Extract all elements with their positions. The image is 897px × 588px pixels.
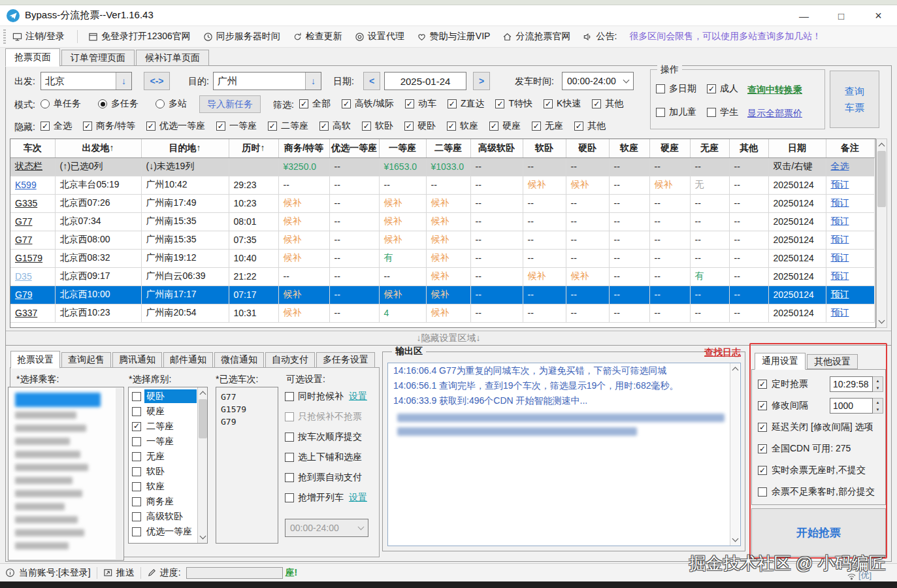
checkbox[interactable] <box>132 467 141 476</box>
depart-time-select[interactable]: 00:00-24:00 <box>562 72 634 90</box>
checkbox[interactable] <box>656 84 665 93</box>
depart-dropdown-icon[interactable]: ↓ <box>116 73 131 90</box>
radio-icon[interactable] <box>155 99 165 108</box>
general-setting-2[interactable]: 延迟关闭 [修改间隔] 选项 <box>758 419 883 435</box>
seat-option-7[interactable]: 商务座 <box>129 494 197 509</box>
column-header[interactable]: 无座 <box>690 139 729 157</box>
general-setting-5[interactable]: 余票不足乘客时,部分提交 <box>758 484 883 500</box>
toolbar-item-5[interactable]: 赞助与注册VIP <box>417 31 491 42</box>
spinner-up-icon[interactable]: ▲ <box>873 377 883 384</box>
toolbar-item-7[interactable]: 公告: <box>583 31 617 42</box>
tab-settings-3[interactable]: 邮件通知 <box>163 352 213 368</box>
seat-option-9[interactable]: 优选一等座 <box>129 524 197 539</box>
book-link[interactable]: 预订 <box>831 252 849 263</box>
general-setting-4[interactable]: 实时余票无座时,不提交 <box>758 463 883 478</box>
operation-checkbox-r2-0[interactable]: 加儿童 <box>656 106 696 118</box>
cell-text[interactable]: D35 <box>15 271 32 282</box>
checkbox[interactable] <box>132 482 141 491</box>
optional-setting-2[interactable]: 按车次顺序提交 <box>285 431 378 443</box>
dest-input[interactable]: 广州 ↓ <box>213 72 321 90</box>
seat-option-5[interactable]: 软卧 <box>129 464 197 479</box>
find-log-link[interactable]: 查找日志 <box>704 347 741 359</box>
checkbox[interactable] <box>758 423 767 432</box>
tab-settings-6[interactable]: 多任务设置 <box>316 352 375 368</box>
checkbox[interactable] <box>132 527 141 536</box>
date-next-button[interactable]: > <box>473 72 490 90</box>
checkbox[interactable] <box>132 437 141 446</box>
checkbox[interactable] <box>285 453 294 462</box>
checkbox[interactable] <box>495 99 504 108</box>
column-header[interactable]: 硬座 <box>649 139 690 157</box>
hide-checkbox-11[interactable]: 其他 <box>574 120 606 132</box>
checkbox[interactable] <box>707 84 716 93</box>
output-scrollbar[interactable] <box>730 363 740 546</box>
transfer-query-link[interactable]: 查询中转换乘 <box>747 84 802 96</box>
date-input[interactable]: 2025-01-24 <box>384 72 466 90</box>
output-log[interactable]: 14:16:06.4 G77为重复的同城车次，为避免买错，下箭头可筛选同城14:… <box>387 363 741 546</box>
optional-setting-1[interactable]: 只抢候补不抢票 <box>285 411 378 423</box>
filter-checkbox-3[interactable]: Z直达 <box>448 98 485 110</box>
column-header[interactable]: 一等座 <box>379 139 426 157</box>
maximize-button[interactable]: □ <box>823 5 860 26</box>
tab-page-0[interactable]: 抢票页面 <box>5 48 60 67</box>
checkbox[interactable] <box>405 99 414 108</box>
hide-checkbox-10[interactable]: 无座 <box>532 120 563 132</box>
book-link[interactable]: 预订 <box>831 289 849 299</box>
checkbox[interactable] <box>707 108 716 117</box>
train-row-G77[interactable]: G77北京西08:00广州南15:3507:35候补--候补候补--------… <box>10 231 874 249</box>
train-row-D35[interactable]: D35北京西09:17广州白云06:3921:22------候补--候补候补-… <box>10 267 874 286</box>
query-tickets-button[interactable]: 查询 车票 <box>830 71 879 128</box>
scroll-thumb[interactable] <box>877 151 886 207</box>
column-header[interactable]: 备注 <box>826 139 874 157</box>
column-header[interactable]: 软卧 <box>523 139 566 157</box>
checkbox[interactable] <box>362 122 371 131</box>
hide-checkbox-8[interactable]: 软座 <box>447 120 478 132</box>
book-link[interactable]: 预订 <box>831 234 849 244</box>
import-task-button[interactable]: 导入新任务 <box>199 95 261 113</box>
column-header[interactable]: 出发地↑ <box>55 139 141 157</box>
push-label[interactable]: 推送 <box>116 567 135 579</box>
scroll-up-icon[interactable] <box>730 364 740 374</box>
train-row-G337[interactable]: G337北京西10:23广州南20:5410:31候补--4候补--------… <box>10 304 874 322</box>
checkbox[interactable] <box>132 392 141 401</box>
checkbox[interactable] <box>532 122 541 131</box>
spinner-down-icon[interactable]: ▼ <box>873 406 883 413</box>
checkbox[interactable] <box>448 99 457 108</box>
checkbox[interactable] <box>592 99 601 108</box>
checkbox[interactable] <box>132 422 141 431</box>
hide-checkbox-3[interactable]: 一等座 <box>216 120 257 132</box>
spinner-value[interactable]: 1000 <box>830 398 873 414</box>
book-link[interactable]: 预订 <box>831 197 849 208</box>
date-prev-button[interactable]: < <box>363 72 380 90</box>
toolbar-item-0[interactable]: 注销/登录 <box>12 31 65 42</box>
depart-value[interactable]: 北京 <box>41 73 116 90</box>
toolbar-item-3[interactable]: 检查更新 <box>293 31 342 42</box>
checkbox[interactable] <box>544 99 553 108</box>
checkbox[interactable] <box>758 401 767 410</box>
chevron-down-icon[interactable] <box>619 80 633 82</box>
checkbox[interactable] <box>342 99 351 108</box>
mode-radio-0[interactable]: 单任务 <box>41 98 81 110</box>
column-header[interactable]: 目的地↑ <box>141 139 229 157</box>
chevron-down-icon[interactable] <box>353 527 368 529</box>
general-setting-0[interactable]: 定时抢票10:29:58▲▼ <box>758 376 883 392</box>
hide-checkbox-5[interactable]: 高软 <box>319 120 351 132</box>
checkbox[interactable] <box>447 122 456 131</box>
scroll-up-icon[interactable] <box>877 140 887 150</box>
passenger-scrollbar[interactable] <box>116 388 123 559</box>
tab-settings-5[interactable]: 自动支付 <box>265 352 315 368</box>
checkbox[interactable] <box>285 473 294 482</box>
book-link[interactable]: 预订 <box>831 216 849 226</box>
scroll-up-icon[interactable] <box>198 388 208 399</box>
dest-value[interactable]: 广州 <box>214 73 305 90</box>
cell-text[interactable]: K599 <box>15 180 37 190</box>
selected-trains-list[interactable]: G77G1579G79 <box>216 387 278 544</box>
filter-checkbox-1[interactable]: 高铁/城际 <box>342 98 394 110</box>
operation-checkbox-r1-1[interactable]: 成人 <box>707 83 738 95</box>
status-row[interactable]: 状态栏(↑)已选0列(↓)未选19列¥3250.0--¥1653.0¥1033.… <box>10 157 874 176</box>
checkbox[interactable] <box>132 512 141 521</box>
column-header[interactable]: 高级软卧 <box>470 139 523 157</box>
checkbox[interactable] <box>404 122 414 131</box>
checkbox[interactable] <box>489 122 498 131</box>
operation-checkbox-r1-0[interactable]: 多日期 <box>656 83 696 95</box>
